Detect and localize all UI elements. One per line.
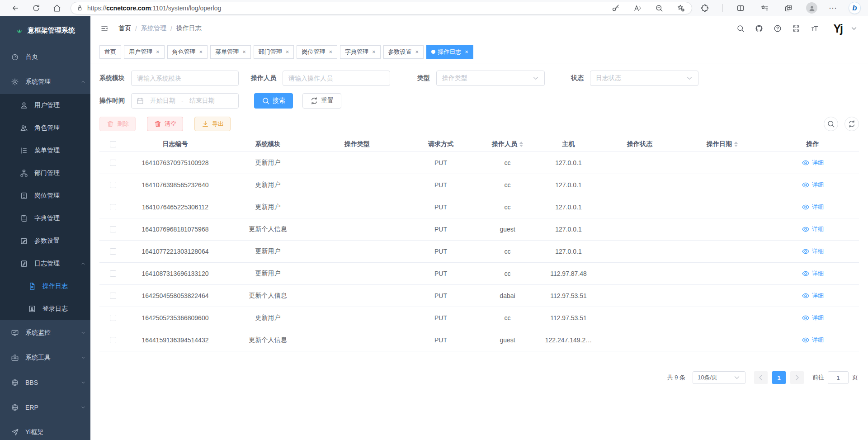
address-bar[interactable]: https://ccnetcore.com:1101/system/log/op…: [71, 2, 692, 14]
close-icon[interactable]: ×: [156, 49, 160, 55]
user-logo-avatar[interactable]: Yj: [833, 23, 842, 34]
sidebar-item[interactable]: 菜单管理: [0, 139, 90, 162]
status-select[interactable]: 日志状态: [590, 71, 698, 86]
extensions-icon[interactable]: [698, 2, 711, 14]
view-tab[interactable]: 菜单管理 ×: [210, 45, 251, 59]
sidebar-item[interactable]: 用户管理: [0, 94, 90, 117]
row-checkbox[interactable]: [110, 270, 116, 277]
sort-icon[interactable]: [519, 142, 523, 147]
refresh-table-button[interactable]: [844, 117, 859, 131]
row-checkbox[interactable]: [110, 248, 116, 255]
detail-link[interactable]: 详细: [802, 292, 824, 300]
detail-link[interactable]: 详细: [802, 270, 824, 278]
view-tab[interactable]: 部门管理 ×: [254, 45, 294, 59]
view-tab[interactable]: 岗位管理 ×: [297, 45, 337, 59]
close-icon[interactable]: ×: [372, 49, 376, 55]
view-tab[interactable]: 操作日志 ×: [426, 45, 473, 59]
date-range-input[interactable]: 开始日期 - 结束日期: [131, 93, 239, 109]
sidebar-toggle-icon[interactable]: [100, 24, 108, 33]
help-icon[interactable]: [772, 23, 783, 34]
split-screen-icon[interactable]: [734, 2, 747, 14]
show-search-button[interactable]: [824, 117, 838, 131]
row-checkbox[interactable]: [110, 160, 116, 166]
github-icon[interactable]: [754, 23, 764, 34]
home-icon[interactable]: [51, 2, 63, 14]
search-button[interactable]: 搜索: [254, 93, 293, 109]
sidebar-item[interactable]: 系统监控: [0, 320, 90, 345]
sort-icon[interactable]: [734, 142, 738, 147]
type-select[interactable]: 操作类型: [436, 71, 545, 86]
sidebar-item[interactable]: 首页: [0, 44, 90, 69]
row-checkbox[interactable]: [110, 226, 116, 232]
sidebar-item[interactable]: 系统管理: [0, 69, 90, 94]
bing-chat-icon[interactable]: b: [849, 2, 861, 14]
page-size-select[interactable]: 10条/页: [693, 371, 745, 384]
sidebar-item[interactable]: 参数设置: [0, 230, 90, 252]
view-tab[interactable]: 用户管理 ×: [124, 45, 165, 59]
detail-link[interactable]: 详细: [802, 203, 824, 211]
sidebar-item[interactable]: Yi框架: [0, 420, 90, 440]
sidebar-item[interactable]: 系统工具: [0, 345, 90, 370]
select-all-checkbox[interactable]: [110, 141, 116, 147]
close-icon[interactable]: ×: [242, 49, 246, 55]
key-icon[interactable]: [610, 3, 621, 14]
detail-link[interactable]: 详细: [802, 181, 824, 189]
detail-link[interactable]: 详细: [802, 159, 824, 167]
refresh-icon[interactable]: [30, 2, 42, 14]
zoom-out-icon[interactable]: [654, 3, 665, 14]
close-icon[interactable]: ×: [199, 49, 203, 55]
row-checkbox[interactable]: [110, 204, 116, 210]
clear-button[interactable]: 清空: [147, 117, 183, 131]
view-tab[interactable]: 字典管理 ×: [340, 45, 381, 59]
breadcrumb-parent: 系统管理: [141, 24, 166, 33]
next-page-button[interactable]: [790, 371, 804, 384]
close-icon[interactable]: ×: [465, 49, 468, 55]
detail-link[interactable]: 详细: [802, 247, 824, 255]
sidebar-item[interactable]: 操作日志: [0, 275, 90, 298]
prev-page-button[interactable]: [754, 371, 768, 384]
row-checkbox[interactable]: [110, 337, 116, 343]
sidebar-item[interactable]: 登录日志: [0, 298, 90, 320]
module-input[interactable]: [131, 71, 239, 86]
profile-avatar[interactable]: [806, 2, 817, 14]
header-search-icon[interactable]: [735, 23, 746, 34]
sidebar-item[interactable]: 部门管理: [0, 162, 90, 185]
detail-link[interactable]: 详细: [802, 314, 824, 322]
export-button[interactable]: 导出: [194, 117, 231, 131]
back-icon[interactable]: [9, 2, 22, 14]
goto-page-input[interactable]: [828, 371, 849, 384]
breadcrumb-home[interactable]: 首页: [118, 24, 131, 33]
collections-icon[interactable]: [782, 2, 795, 14]
detail-link[interactable]: 详细: [802, 336, 824, 344]
close-icon[interactable]: ×: [286, 49, 289, 55]
fullscreen-icon[interactable]: [791, 23, 802, 34]
font-size-icon[interactable]: [809, 23, 820, 34]
add-favorite-icon[interactable]: [675, 3, 686, 14]
url-text[interactable]: https://ccnetcore.com:1101/system/log/op…: [87, 5, 221, 12]
read-aloud-icon[interactable]: [632, 3, 643, 14]
view-tab[interactable]: 角色管理 ×: [167, 45, 208, 59]
close-icon[interactable]: ×: [415, 49, 419, 55]
view-tab[interactable]: 首页: [99, 45, 121, 59]
page-number-button[interactable]: 1: [772, 371, 786, 384]
favorites-icon[interactable]: [758, 2, 771, 14]
app-logo[interactable]: 意框架管理系统: [0, 16, 90, 44]
user-menu-caret-icon[interactable]: [850, 24, 858, 33]
view-tab[interactable]: 参数设置 ×: [383, 45, 424, 59]
sidebar-item[interactable]: 日志管理: [0, 252, 90, 275]
row-checkbox[interactable]: [110, 293, 116, 299]
chevron-icon: [80, 79, 86, 85]
sidebar-menu: 首页 系统管理 用户管理 角色管理: [0, 44, 90, 440]
operator-input[interactable]: [283, 71, 390, 86]
sidebar-item[interactable]: 字典管理: [0, 207, 90, 230]
row-checkbox[interactable]: [110, 315, 116, 321]
close-icon[interactable]: ×: [329, 49, 332, 55]
sidebar-item[interactable]: BBS: [0, 370, 90, 395]
sidebar-item[interactable]: 角色管理: [0, 117, 90, 139]
detail-link[interactable]: 详细: [802, 225, 824, 233]
more-icon[interactable]: ⋯: [829, 4, 837, 12]
reset-button[interactable]: 重置: [302, 93, 341, 109]
row-checkbox[interactable]: [110, 182, 116, 188]
sidebar-item[interactable]: ERP: [0, 395, 90, 420]
sidebar-item[interactable]: 岗位管理: [0, 185, 90, 207]
